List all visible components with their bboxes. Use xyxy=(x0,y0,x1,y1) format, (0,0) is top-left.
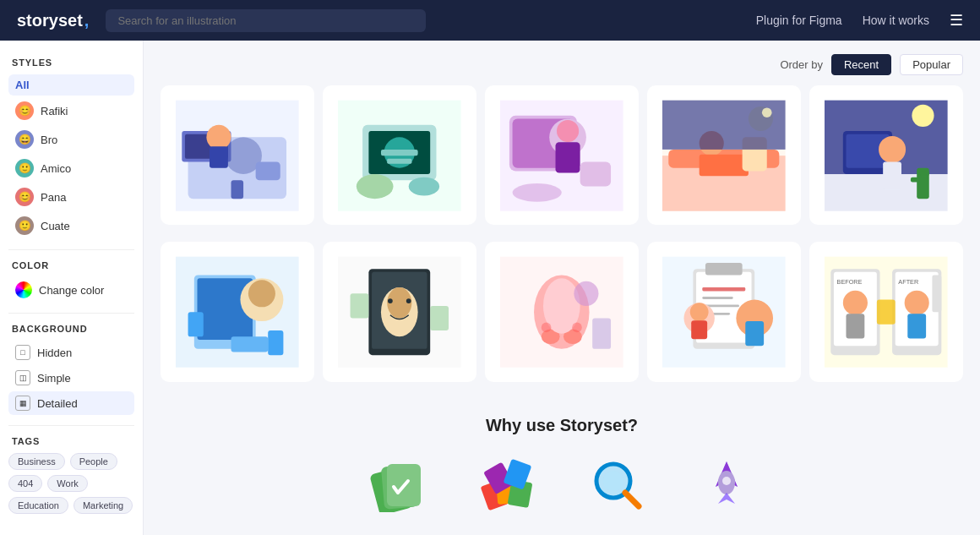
svg-point-57 xyxy=(388,298,393,303)
customizable-icon xyxy=(368,456,427,515)
svg-rect-40 xyxy=(883,161,901,189)
svg-text:AFTER: AFTER xyxy=(899,278,919,286)
tags-list: Business People 404 Work Education Marke… xyxy=(8,453,134,514)
avatar-rafiki: 😊 xyxy=(15,101,34,120)
illustration-grid-row1 xyxy=(161,85,963,225)
style-amico[interactable]: 🙂 Amico xyxy=(8,155,134,182)
how-it-works-link[interactable]: How it works xyxy=(863,14,929,27)
svg-line-108 xyxy=(625,493,639,506)
svg-rect-83 xyxy=(691,320,707,339)
style-bro[interactable]: 😄 Bro xyxy=(8,126,134,153)
tag-people[interactable]: People xyxy=(70,453,117,470)
tag-404[interactable]: 404 xyxy=(8,475,42,492)
color-palette-icon xyxy=(477,456,536,515)
svg-point-58 xyxy=(406,298,411,303)
illustration-card-9[interactable] xyxy=(647,242,801,381)
illustration-card-8[interactable] xyxy=(485,242,639,381)
svg-point-21 xyxy=(557,120,579,142)
why-title: Why use Storyset? xyxy=(161,416,963,435)
illustration-card-6[interactable] xyxy=(161,242,314,381)
style-cuate[interactable]: 🙂 Cuate xyxy=(8,212,134,239)
plugin-for-figma-link[interactable]: Plugin for Figma xyxy=(756,14,842,27)
illustration-card-3[interactable] xyxy=(485,85,639,225)
style-rafiki[interactable]: 😊 Rafiki xyxy=(8,97,134,124)
svg-point-82 xyxy=(690,303,709,321)
style-all[interactable]: All xyxy=(8,74,134,96)
svg-rect-49 xyxy=(231,336,269,352)
tag-work[interactable]: Work xyxy=(47,475,87,492)
illustration-card-4[interactable] xyxy=(647,85,801,225)
styles-title: STYLES xyxy=(8,57,134,68)
illustration-card-2[interactable] xyxy=(323,85,476,225)
style-pana[interactable]: 😊 Pana xyxy=(8,183,134,210)
color-circle-icon xyxy=(15,281,32,298)
svg-rect-74 xyxy=(703,287,746,291)
avatar-cuate: 🙂 xyxy=(15,216,34,235)
svg-rect-14 xyxy=(387,158,411,163)
tag-business[interactable]: Business xyxy=(8,453,65,470)
svg-point-88 xyxy=(843,291,868,315)
order-label: Order by xyxy=(780,58,823,71)
tags-area: Business People 404 Work Education Marke… xyxy=(8,453,134,514)
search-input[interactable] xyxy=(106,9,426,32)
svg-rect-94 xyxy=(907,314,926,338)
magnifier-icon xyxy=(587,456,646,515)
order-recent-button[interactable]: Recent xyxy=(831,54,891,75)
svg-point-48 xyxy=(248,280,275,307)
svg-rect-96 xyxy=(933,276,942,313)
svg-point-16 xyxy=(409,177,439,195)
color-section: Change color xyxy=(8,277,134,303)
svg-point-39 xyxy=(879,135,906,162)
svg-rect-89 xyxy=(847,314,865,338)
illustration-card-5[interactable] xyxy=(809,85,963,225)
divider-1 xyxy=(8,249,134,250)
avatar-pana: 😊 xyxy=(15,188,34,206)
svg-rect-60 xyxy=(430,306,449,330)
svg-point-93 xyxy=(905,291,929,315)
avatar-bro: 😄 xyxy=(15,130,34,149)
bg-hidden[interactable]: □ Hidden xyxy=(8,341,134,364)
svg-point-113 xyxy=(722,477,731,485)
order-bar: Order by Recent Popular xyxy=(161,54,963,75)
menu-icon[interactable]: ☰ xyxy=(950,11,963,30)
bg-hidden-icon: □ xyxy=(15,345,30,360)
why-icon-launch xyxy=(697,456,756,515)
illustration-card-7[interactable] xyxy=(323,242,476,381)
bg-detailed[interactable]: ▦ Detailed xyxy=(8,391,134,415)
change-color-button[interactable]: Change color xyxy=(8,277,134,303)
svg-point-33 xyxy=(762,107,772,117)
bg-simple-icon: ◫ xyxy=(15,370,30,385)
illustration-card-1[interactable] xyxy=(161,85,314,225)
svg-rect-51 xyxy=(268,330,283,355)
svg-rect-43 xyxy=(920,171,929,176)
illustration-grid-row2: BEFORE AFTER xyxy=(161,242,963,381)
svg-text:BEFORE: BEFORE xyxy=(837,278,863,286)
order-popular-button[interactable]: Popular xyxy=(900,54,963,75)
svg-rect-69 xyxy=(592,318,611,348)
svg-point-66 xyxy=(542,323,552,333)
background-title: BACKGROUND xyxy=(8,324,134,334)
svg-rect-13 xyxy=(381,149,418,155)
svg-point-23 xyxy=(513,183,562,201)
svg-point-67 xyxy=(572,323,582,333)
tag-education[interactable]: Education xyxy=(8,497,68,514)
why-icons xyxy=(161,456,963,515)
illustration-card-10[interactable]: BEFORE AFTER xyxy=(809,242,963,381)
bg-simple[interactable]: ◫ Simple xyxy=(8,366,134,390)
svg-rect-24 xyxy=(580,161,611,186)
why-section: Why use Storyset? xyxy=(161,399,963,532)
why-icon-color xyxy=(477,456,536,515)
tags-title: TAGS xyxy=(8,436,134,446)
color-title: COLOR xyxy=(8,260,134,270)
svg-rect-5 xyxy=(231,180,244,199)
svg-rect-8 xyxy=(256,161,280,180)
why-icon-customizable xyxy=(368,456,427,515)
sidebar: STYLES All 😊 Rafiki 😄 Bro 🙂 Amico 😊 Pana… xyxy=(0,41,144,535)
change-color-label: Change color xyxy=(39,284,104,297)
tag-marketing[interactable]: Marketing xyxy=(74,497,133,514)
svg-rect-95 xyxy=(877,300,896,325)
svg-rect-29 xyxy=(700,154,749,175)
why-icon-search xyxy=(587,456,646,515)
svg-rect-73 xyxy=(705,263,743,276)
divider-2 xyxy=(8,313,134,314)
